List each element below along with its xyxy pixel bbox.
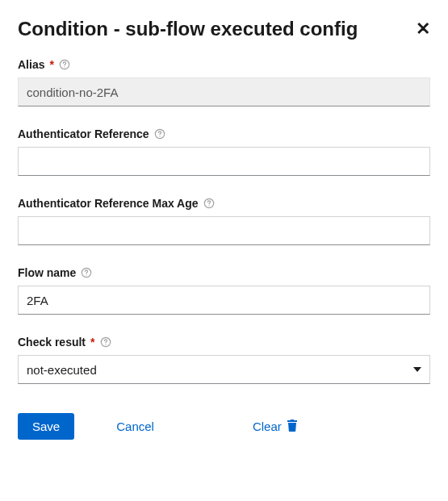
- help-icon[interactable]: [154, 128, 165, 140]
- field-alias: Alias *: [18, 58, 430, 106]
- help-icon[interactable]: [100, 336, 111, 348]
- required-indicator: *: [90, 336, 94, 349]
- svg-point-1: [64, 66, 65, 67]
- dialog-header: Condition - sub-flow executed config ✕: [18, 18, 430, 40]
- chevron-down-icon: [413, 367, 421, 372]
- alias-label: Alias: [18, 58, 44, 71]
- field-auth-ref: Authenticator Reference: [18, 127, 430, 176]
- flow-name-input[interactable]: [18, 286, 430, 315]
- auth-ref-max-age-input[interactable]: [18, 216, 430, 245]
- save-button[interactable]: Save: [18, 413, 74, 440]
- field-flow-name: Flow name: [18, 266, 430, 315]
- svg-point-7: [86, 274, 87, 275]
- flow-name-label: Flow name: [18, 266, 76, 279]
- svg-point-9: [105, 344, 106, 344]
- button-row: Save Cancel Clear: [18, 413, 430, 440]
- label-row-auth-ref-max-age: Authenticator Reference Max Age: [18, 197, 430, 210]
- label-row-check-result: Check result *: [18, 336, 430, 349]
- svg-point-5: [208, 205, 209, 206]
- clear-button[interactable]: Clear: [253, 419, 298, 434]
- check-result-select-wrap: not-executed: [18, 355, 430, 384]
- check-result-select[interactable]: not-executed: [18, 355, 430, 384]
- alias-input[interactable]: [18, 77, 430, 106]
- label-row-alias: Alias *: [18, 58, 430, 71]
- auth-ref-label: Authenticator Reference: [18, 127, 149, 140]
- field-check-result: Check result * not-executed: [18, 336, 430, 384]
- help-icon[interactable]: [203, 198, 215, 209]
- check-result-label: Check result: [18, 336, 86, 349]
- help-icon[interactable]: [81, 267, 92, 278]
- clear-label: Clear: [253, 420, 282, 433]
- svg-point-3: [159, 136, 160, 136]
- help-icon[interactable]: [59, 59, 70, 70]
- dialog-title: Condition - sub-flow executed config: [18, 18, 358, 40]
- close-icon[interactable]: ✕: [416, 20, 430, 38]
- auth-ref-max-age-label: Authenticator Reference Max Age: [18, 197, 199, 210]
- field-auth-ref-max-age: Authenticator Reference Max Age: [18, 197, 430, 245]
- check-result-value: not-executed: [27, 363, 97, 377]
- required-indicator: *: [49, 58, 53, 71]
- label-row-auth-ref: Authenticator Reference: [18, 127, 430, 140]
- trash-icon: [287, 419, 298, 434]
- cancel-button[interactable]: Cancel: [116, 420, 154, 433]
- auth-ref-input[interactable]: [18, 147, 430, 176]
- label-row-flow-name: Flow name: [18, 266, 430, 279]
